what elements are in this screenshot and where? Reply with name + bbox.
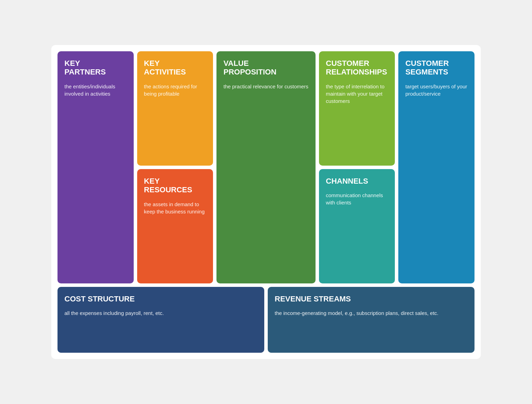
key-activities-title: KEYACTIVITIES (144, 59, 206, 77)
business-model-canvas: KEYPARTNERS the entities/individuals inv… (51, 45, 481, 359)
key-partners-card: KEYPARTNERS the entities/individuals inv… (57, 51, 134, 283)
revenue-streams-card: REVENUE STREAMS the income-generating mo… (268, 287, 475, 353)
cost-structure-description: all the expenses including payroll, rent… (64, 309, 257, 317)
value-proposition-description: the practical relevance for customers (223, 83, 309, 90)
channels-description: communication channels with clients (326, 192, 388, 206)
value-proposition-title: VALUEPROPOSITION (223, 59, 309, 77)
customer-segments-card: CUSTOMERSEGMENTS target users/buyers of … (398, 51, 475, 283)
value-proposition-card: VALUEPROPOSITION the practical relevance… (216, 51, 316, 283)
key-partners-description: the entities/individuals involved in act… (64, 83, 127, 97)
customer-segments-title: CUSTOMERSEGMENTS (405, 59, 468, 77)
cost-structure-card: COST STRUCTURE all the expenses includin… (57, 287, 264, 353)
key-activities-description: the actions required for being profitabl… (144, 83, 206, 97)
customer-relationships-column: CUSTOMERRELATIONSHIPS the type of interr… (319, 51, 395, 283)
customer-relationships-card: CUSTOMERRELATIONSHIPS the type of interr… (319, 51, 395, 166)
channels-title: CHANNELS (326, 177, 388, 185)
key-activities-card: KEYACTIVITIES the actions required for b… (137, 51, 213, 166)
revenue-streams-description: the income-generating model, e.g., subsc… (275, 309, 468, 317)
customer-segments-description: target users/buyers of your product/serv… (405, 83, 468, 97)
channels-card: CHANNELS communication channels with cli… (319, 169, 395, 283)
key-partners-column: KEYPARTNERS the entities/individuals inv… (57, 51, 134, 283)
key-activities-column: KEYACTIVITIES the actions required for b… (137, 51, 213, 283)
customer-relationships-description: the type of interrelation to maintain wi… (326, 83, 388, 105)
value-proposition-column: VALUEPROPOSITION the practical relevance… (216, 51, 316, 283)
revenue-streams-title: REVENUE STREAMS (275, 295, 468, 303)
customer-segments-column: CUSTOMERSEGMENTS target users/buyers of … (398, 51, 475, 283)
key-partners-title: KEYPARTNERS (64, 59, 127, 77)
cost-structure-title: COST STRUCTURE (64, 295, 257, 303)
customer-relationships-title: CUSTOMERRELATIONSHIPS (326, 59, 388, 77)
key-resources-card: KEYRESOURCES the assets in demand to kee… (137, 169, 213, 283)
key-resources-title: KEYRESOURCES (144, 177, 206, 194)
key-resources-description: the assets in demand to keep the busines… (144, 201, 206, 215)
